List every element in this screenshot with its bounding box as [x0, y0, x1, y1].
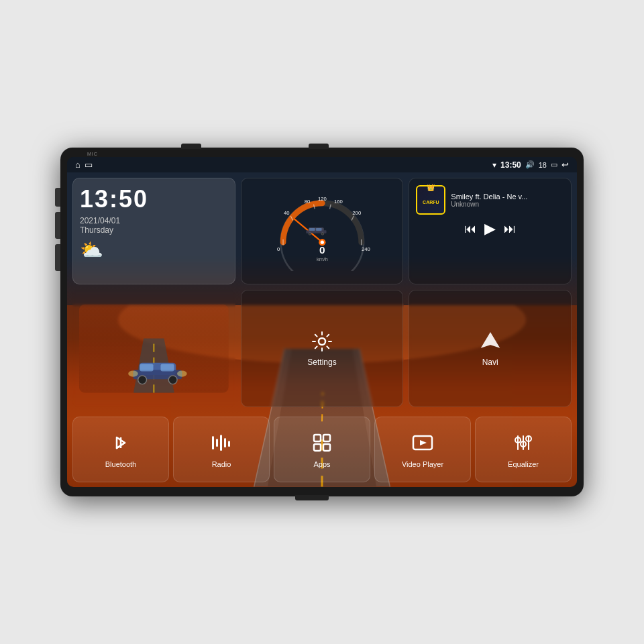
- wifi-icon: ▾: [492, 160, 496, 170]
- svg-rect-51: [228, 441, 230, 447]
- svg-text:0: 0: [277, 246, 280, 252]
- battery-level: 18: [539, 161, 547, 169]
- music-logo: 👑 CARFU: [416, 185, 445, 215]
- equalizer-label: Equalizer: [508, 460, 539, 468]
- car-widget: [72, 290, 235, 407]
- mount-tab-left: [181, 144, 201, 149]
- side-btn-1[interactable]: [55, 188, 60, 207]
- radio-icon: [209, 431, 233, 455]
- volume-icon[interactable]: 🔊: [525, 160, 535, 169]
- logo-text: CARFU: [423, 200, 439, 205]
- video-player-label: Video Player: [402, 460, 443, 468]
- bluetooth-label: Bluetooth: [105, 460, 136, 468]
- music-title: Smiley ft. Delia - Ne v...: [451, 193, 564, 201]
- svg-point-44: [319, 338, 325, 345]
- clock-display: 13:50: [80, 185, 228, 213]
- speedometer-svg: 0 40 80 120 160 200 240 0 km/h: [244, 191, 400, 271]
- svg-point-43: [128, 370, 138, 376]
- svg-rect-40: [140, 364, 153, 371]
- clock-minutes: 50: [119, 185, 148, 213]
- clock-day: Thursday: [80, 225, 228, 235]
- navi-icon: [478, 329, 502, 354]
- settings-icon: [310, 329, 334, 354]
- music-widget: 👑 CARFU Smiley ft. Delia - Ne v... Unkno…: [409, 178, 572, 284]
- home-icon[interactable]: ⌂: [75, 160, 80, 170]
- svg-point-42: [177, 370, 187, 376]
- equalizer-icon: [511, 431, 535, 455]
- video-player-icon: [411, 431, 435, 455]
- apps-icon: [310, 431, 334, 455]
- equalizer-app[interactable]: Equalizer: [475, 417, 572, 482]
- svg-text:80: 80: [304, 199, 310, 205]
- svg-point-30: [321, 233, 324, 235]
- music-artist: Unknown: [451, 201, 564, 208]
- apps-label: Apps: [313, 460, 330, 468]
- settings-widget[interactable]: Settings: [241, 290, 404, 407]
- svg-rect-31: [309, 228, 315, 231]
- svg-rect-41: [160, 364, 174, 371]
- video-player-app[interactable]: Video Player: [374, 417, 471, 482]
- svg-rect-54: [314, 444, 321, 451]
- bluetooth-icon: [109, 431, 133, 455]
- svg-point-29: [309, 233, 311, 235]
- screen-icon[interactable]: ▭: [551, 160, 557, 169]
- clock-widget: 13:50 2021/04/01 Thursday ⛅: [72, 178, 235, 284]
- back-nav-icon[interactable]: ↩: [561, 160, 569, 170]
- svg-point-24: [320, 241, 323, 244]
- side-btn-3[interactable]: [55, 244, 60, 271]
- device-unit: MIC RST: [60, 148, 584, 496]
- side-btn-2[interactable]: [55, 212, 60, 239]
- speedometer-widget: 0 40 80 120 160 200 240 0 km/h: [241, 178, 404, 284]
- mic-label: MIC: [87, 152, 98, 156]
- screen: ⌂ ▭ ▾ 13:50 🔊 18 ▭ ↩ 13:50 2021/04/01 Th…: [67, 157, 577, 487]
- svg-marker-45: [482, 333, 498, 347]
- side-buttons: [55, 188, 60, 271]
- svg-rect-55: [323, 444, 330, 451]
- clock-hours: 13: [80, 185, 109, 213]
- svg-text:120: 120: [318, 197, 327, 203]
- svg-text:160: 160: [334, 199, 343, 205]
- svg-text:240: 240: [362, 246, 370, 252]
- clock-colon: :: [109, 185, 119, 213]
- music-header: 👑 CARFU Smiley ft. Delia - Ne v... Unkno…: [416, 185, 564, 215]
- radio-app[interactable]: Radio: [173, 417, 270, 482]
- bluetooth-app[interactable]: Bluetooth: [72, 417, 169, 482]
- prev-button[interactable]: ⏮: [464, 222, 476, 236]
- svg-rect-52: [314, 435, 321, 441]
- svg-rect-47: [212, 436, 214, 449]
- play-button[interactable]: ▶: [484, 220, 496, 237]
- svg-rect-32: [316, 228, 321, 231]
- svg-rect-50: [224, 438, 226, 447]
- apps-app[interactable]: Apps: [274, 417, 370, 482]
- weather-icon: ⛅: [80, 239, 228, 261]
- svg-marker-57: [420, 440, 427, 445]
- status-bar: ⌂ ▭ ▾ 13:50 🔊 18 ▭ ↩: [67, 157, 577, 172]
- navi-label: Navi: [482, 358, 498, 367]
- status-left: ⌂ ▭: [75, 160, 93, 170]
- svg-point-39: [168, 376, 177, 384]
- svg-text:40: 40: [284, 210, 290, 216]
- status-time: 13:50: [500, 160, 521, 170]
- next-button[interactable]: ⏭: [504, 222, 516, 236]
- settings-label: Settings: [307, 358, 336, 367]
- music-controls: ⏮ ▶ ⏭: [416, 220, 564, 237]
- crown-icon: 👑: [427, 184, 435, 191]
- clock-date: 2021/04/01: [80, 216, 228, 225]
- svg-point-38: [138, 376, 147, 384]
- svg-text:0: 0: [319, 245, 325, 256]
- app-bar: Bluetooth Radio: [67, 413, 577, 486]
- status-right: ▾ 13:50 🔊 18 ▭ ↩: [492, 160, 569, 170]
- svg-text:200: 200: [352, 210, 361, 216]
- svg-text:km/h: km/h: [317, 256, 328, 262]
- screen-icon-left[interactable]: ▭: [85, 160, 93, 170]
- radio-label: Radio: [212, 460, 231, 468]
- navi-widget[interactable]: Navi: [409, 290, 572, 407]
- mount-tab-center: [309, 144, 329, 149]
- svg-rect-49: [220, 435, 222, 451]
- main-content: 13:50 2021/04/01 Thursday ⛅: [67, 172, 577, 413]
- svg-rect-48: [216, 439, 218, 447]
- mount-tab-bottom: [295, 495, 329, 500]
- music-info: Smiley ft. Delia - Ne v... Unknown: [451, 193, 564, 208]
- svg-rect-53: [323, 435, 330, 441]
- car-road-svg: [79, 297, 229, 400]
